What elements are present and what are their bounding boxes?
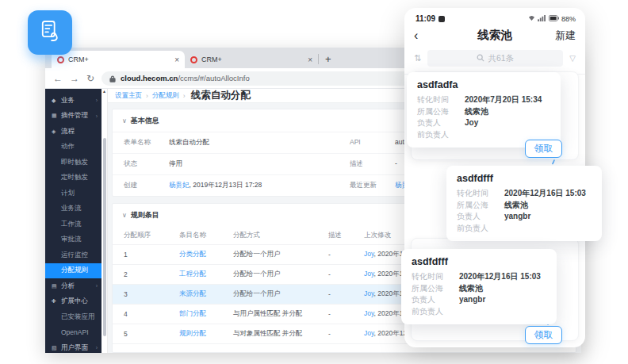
sidebar-item-openapi[interactable]: OpenAPI [45, 325, 101, 341]
field-label: 转化时间 [457, 188, 504, 200]
field-label: 前负责人 [412, 306, 459, 318]
padlock-icon [109, 71, 116, 86]
sidebar-item-label: 审批流 [61, 235, 82, 244]
tab-close-icon[interactable]: × [308, 56, 312, 64]
document-touch-icon [36, 17, 63, 48]
field-value: 2020年12月16日 15:03 [504, 188, 586, 200]
modified-by-link[interactable]: Joy [364, 250, 374, 258]
ui-icon: ▧ [52, 345, 58, 351]
filter-icon[interactable]: ▽ [569, 54, 576, 63]
field-label: 表单名称 [124, 138, 169, 148]
sidebar-item-label: 分配规则 [61, 266, 88, 275]
sidebar-item-business[interactable]: ◆业务› [45, 93, 101, 109]
rule-link[interactable]: 来源分配 [179, 289, 233, 299]
sidebar-item-plan[interactable]: 计划 [45, 186, 101, 201]
tab-crm-active[interactable]: CRM+ × [52, 51, 185, 68]
sidebar-item-process[interactable]: ◈流程 [45, 124, 101, 140]
collapse-icon[interactable]: ∨ [122, 212, 127, 219]
browser-forward-icon[interactable]: → [70, 73, 79, 84]
lead-card[interactable]: asdfadfa 转化时间2020年7月20日 15:34 所属公海线索池 负责… [407, 72, 561, 148]
modified-by-link[interactable]: Joy [364, 329, 374, 337]
browser-back-icon[interactable]: ← [53, 73, 63, 84]
search-input[interactable]: 共61条 [427, 50, 563, 67]
sidebar-item-label: 用户界面 [61, 343, 88, 353]
section-title-rule-entries: 规则条目 [131, 210, 159, 220]
extension-icon: ✚ [52, 298, 58, 305]
field-value: Joy [465, 117, 478, 129]
claim-button[interactable]: 领取 [525, 326, 562, 344]
new-button[interactable]: 新建 [544, 29, 576, 43]
tab-crm-background[interactable]: CRM+ × [185, 51, 318, 68]
sidebar-item-user-interface[interactable]: ▧用户界面› [45, 340, 101, 356]
cell-desc: - [328, 330, 364, 338]
sidebar-item-label: 工作流 [61, 220, 82, 229]
browser-reload-icon[interactable]: ↻ [86, 73, 94, 84]
breadcrumb-separator: › [146, 92, 148, 100]
sidebar-item-analysis[interactable]: ▤分析› [45, 278, 101, 294]
modified-by-link[interactable]: Joy [364, 289, 374, 297]
rule-link[interactable]: 规则分配 [179, 329, 233, 339]
rule-link[interactable]: 部门分配 [179, 309, 233, 319]
field-value: 2020年7月20日 15:34 [465, 94, 542, 106]
status-time: 11:09 [415, 14, 435, 23]
lead-card[interactable]: asdfdfff 转化时间2020年12月16日 15:03 所属公海线索池 负… [446, 166, 602, 241]
sidebar-item-timed-trigger[interactable]: 定时触发 [45, 171, 101, 186]
col-desc: 描述 [328, 231, 364, 240]
sidebar-item-allocation-rules[interactable]: 分配规则 [45, 263, 101, 279]
sidebar-item-approval-flow[interactable]: 审批流 [45, 232, 101, 248]
sidebar-item-action[interactable]: 动作 [45, 140, 101, 155]
field-value: 2020年12月16日 15:03 [459, 271, 541, 283]
rule-link[interactable]: 工程分配 [179, 270, 233, 279]
sidebar-item-instant-trigger[interactable]: 即时触发 [45, 155, 101, 171]
breadcrumb-settings-home[interactable]: 设置主页 [115, 91, 142, 101]
field-label: 描述 [350, 159, 395, 169]
sidebar-item-label: 插件管理 [61, 111, 88, 121]
col-order: 分配顺序 [124, 231, 179, 240]
field-value: yangbr [504, 211, 530, 223]
cell-order: 5 [124, 330, 179, 338]
collapse-icon[interactable]: ∨ [122, 117, 127, 125]
sidebar-item-workflow[interactable]: 工作流 [45, 216, 101, 232]
field-label: 前负责人 [457, 223, 504, 235]
field-label: 前负责人 [417, 129, 465, 141]
status-app-icon [438, 16, 445, 22]
site-favicon [190, 56, 197, 63]
claim-button[interactable]: 领取 [525, 140, 562, 158]
wifi-icon [528, 15, 535, 23]
lead-card[interactable]: asdfdfff 转化时间2020年12月16日 15:03 所属公海线索池 负… [401, 249, 557, 324]
sidebar-item-label: 定时触发 [61, 173, 88, 182]
sidebar-item-label: 分析 [61, 282, 75, 291]
created-by-link[interactable]: 杨贵妃 [169, 181, 190, 189]
scroll-up-icon[interactable]: ▲ [101, 89, 107, 94]
cell-method: 分配给一个用户 [233, 250, 328, 259]
rule-link[interactable]: 分类分配 [179, 250, 233, 259]
col-method: 分配方式 [233, 231, 328, 240]
sort-icon[interactable]: ⇅ [414, 53, 421, 63]
sidebar-item-label: 即时触发 [61, 158, 88, 167]
app-launcher-icon[interactable] [28, 10, 72, 55]
cell-desc: - [328, 270, 364, 278]
sidebar-item-installed-apps[interactable]: 已安装应用 [45, 309, 101, 325]
field-value: 线索池 [459, 283, 483, 295]
sidebar-item-plugins[interactable]: ▦插件管理› [45, 109, 101, 125]
sidebar-item-run-monitor[interactable]: 运行监控 [45, 247, 101, 263]
cell-desc: - [328, 290, 364, 298]
flow-icon: ◈ [52, 128, 58, 135]
field-label: 转化时间 [417, 94, 465, 106]
breadcrumb-allocation-rules[interactable]: 分配规则 [152, 91, 179, 101]
back-chevron-icon[interactable]: ‹ [414, 29, 446, 43]
sidebar-scrollbar: ▲ [101, 89, 108, 353]
cell-method: 与对象属性匹配 并分配 [233, 329, 328, 339]
sidebar-item-extension-center[interactable]: ✚扩展中心 [45, 294, 101, 310]
modified-by-link[interactable]: Joy [364, 270, 374, 278]
tab-divider [318, 54, 319, 64]
scrollbar-thumb[interactable] [103, 138, 106, 336]
chevron-right-icon: › [96, 345, 98, 351]
cell-desc: - [328, 251, 364, 259]
cell-desc: - [328, 310, 364, 318]
new-tab-button[interactable]: + [325, 53, 331, 65]
sidebar-item-business-flow[interactable]: 业务流 [45, 201, 101, 217]
field-label: 转化时间 [412, 271, 459, 283]
modified-by-link[interactable]: Joy [364, 309, 374, 317]
tab-close-icon[interactable]: × [174, 56, 179, 64]
